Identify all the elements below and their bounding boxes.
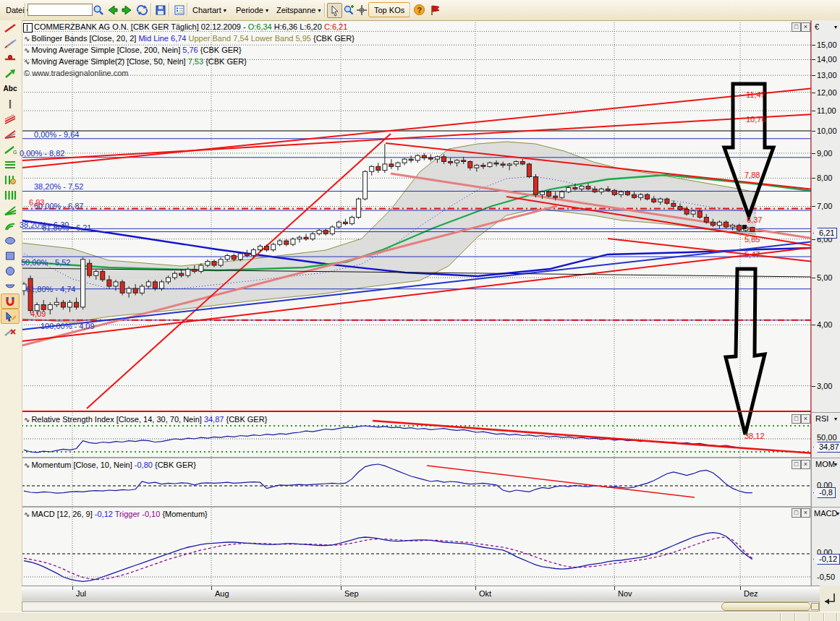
scrollbar-grip[interactable] [811,603,819,610]
arrow-tool[interactable] [1,66,20,81]
chartart-menu[interactable]: Chartart▾ [190,3,229,17]
chevron-down-icon[interactable]: ▾ [834,461,837,468]
mom-axis-name[interactable]: MOM [815,460,835,468]
top-kos-button[interactable]: Top KOs [368,2,410,17]
chart-settings-icon[interactable] [172,3,186,17]
refresh-icon[interactable] [135,3,149,17]
horizontal-alert-line-tool[interactable] [1,51,20,66]
trend-line-tool[interactable] [1,20,20,35]
vertical-line-tool[interactable] [1,96,20,111]
axis-tick [812,153,815,154]
chevron-down-icon: ▾ [318,7,321,14]
rsi-close-button[interactable]: × [801,414,810,424]
axis-tick [812,278,815,278]
axis-tick [812,111,815,111]
month-label: Okt [479,589,491,598]
trendline-price-label: 6,37 [747,215,762,224]
help-icon[interactable]: ? [412,3,426,17]
pointer-icon[interactable] [327,3,342,18]
price-axis-label: 14,00 [817,55,837,64]
crosshair-icon[interactable] [355,3,368,17]
save-icon[interactable] [153,3,167,17]
fib-level-label: 0,00% - 8,82 [20,149,64,158]
chevron-down-icon[interactable]: ▾ [834,416,837,422]
month-label: Nov [618,589,632,598]
chart-canvas[interactable] [0,0,840,621]
time-cycles-tool[interactable] [1,172,20,187]
time-axis-tick [614,586,615,590]
scrollbar-row [22,601,820,612]
axis-tick [812,386,815,387]
momentum-close-button[interactable]: × [801,460,810,469]
chart-maximize-button[interactable]: □ [792,22,801,32]
price-axis-label: 9,00 [817,149,832,158]
zeitspanne-menu[interactable]: Zeitspanne▾ [273,3,323,17]
macd-close-button[interactable]: × [801,508,810,518]
macd-axis-name[interactable]: MACD [814,509,837,518]
price-axis-label: 12,00 [817,88,837,97]
rsi-trendline-label: 38,12 [744,432,765,440]
macd-maximize-button[interactable]: □ [792,508,801,518]
trendline-price-label: 10,76 [746,115,766,124]
time-axis-tick [475,586,476,590]
time-grid-tool[interactable] [1,187,20,202]
scrollbar-thumb[interactable] [721,602,811,611]
axis-return-icon [825,594,834,604]
chevron-down-icon: ▾ [224,7,226,14]
month-label: Dez [744,589,758,598]
tradesignal-app: { "glyphs":{"indicator":"\u223f","dropdo… [0,0,840,621]
axis-tick [812,131,815,132]
rsi-axis-name[interactable]: RSI [815,414,828,423]
chevron-down-icon[interactable]: ▾ [834,24,837,30]
axis-tick [812,206,815,207]
fib-level-label: 0,00% - 9,64 [34,130,79,139]
momentum-maximize-button[interactable]: □ [792,460,801,469]
periode-menu[interactable]: Periode▾ [233,3,271,17]
horizontal-scrollbar[interactable] [22,601,820,612]
chevron-down-icon[interactable]: ▾ [836,510,839,517]
back-icon[interactable] [106,3,119,17]
axis-tick [812,45,815,46]
fibonacci-retracement-tool[interactable] [1,157,20,172]
ma200-header: ∿Moving Average Simple [Close, 200, Nein… [24,46,242,54]
rectangle-tool[interactable] [1,248,20,263]
indicator-icon: ∿ [24,35,30,43]
zoom-in-icon[interactable] [341,3,355,17]
parallel-channel-tool[interactable] [1,35,20,51]
time-axis-tick [740,586,741,590]
chart-window-icon [23,23,33,33]
forward-icon[interactable] [120,3,134,17]
indicator-icon: ∿ [24,46,30,54]
edit-pointer-tool[interactable] [1,309,20,324]
alert-price-label: 6,93 [29,198,44,207]
flag-icon[interactable] [428,3,442,17]
ellipse-tool[interactable] [1,233,20,248]
svg-text:?: ? [417,6,422,14]
indicator-icon: ∿ [24,510,30,518]
fibonacci-fan-tool[interactable] [1,127,20,142]
chart-close-button[interactable]: × [801,22,810,32]
fan-lines-tool[interactable] [1,202,20,218]
axis-tick [812,239,815,240]
price-axis-label: 10,00 [817,127,837,135]
rsi-maximize-button[interactable]: □ [792,414,801,424]
month-label: Aug [215,589,229,598]
regression-line-tool[interactable]: G [1,142,20,157]
semicircle-tool[interactable] [1,278,20,294]
search-icon[interactable] [91,3,105,17]
arcs-tool[interactable] [1,218,20,233]
text-label-tool[interactable]: Abc [1,81,20,96]
fib-level-label: 38,20% - 7,52 [34,182,84,191]
price-axis[interactable]: € ▾ 15,0014,0013,0012,0011,0010,009,008,… [811,20,840,586]
time-axis[interactable]: JulAugSepOktNovDez [22,586,820,601]
search-input[interactable] [27,4,93,16]
magnet-tool[interactable] [1,294,20,309]
speed-lines-tool[interactable] [1,111,20,127]
fib-level-label: 61,80% - 4,74 [26,285,76,294]
status-bar [0,612,840,621]
indicator-icon: ∿ [24,461,30,469]
delete-drawing-tool[interactable] [1,324,20,339]
axis-tick [812,59,815,60]
main-toolbar: Datei▾ Chartart▾ Periode▾ Zeitspanne▾ To… [0,0,840,21]
circle-tool[interactable] [1,263,20,278]
